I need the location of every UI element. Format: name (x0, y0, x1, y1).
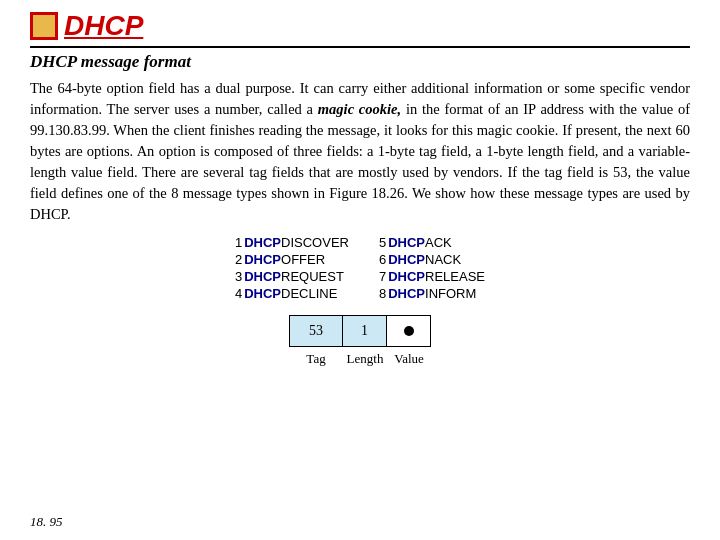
tlv-value-box (387, 315, 431, 347)
mt-type-2: OFFER (281, 252, 325, 267)
mt-num-6: 6 (379, 252, 386, 267)
tlv-label-value: Value (387, 351, 431, 367)
mt-num-5: 5 (379, 235, 386, 250)
mt-type-4: DECLINE (281, 286, 337, 301)
mt-dhcp-5: DHCP (388, 235, 425, 250)
mt-num-2: 2 (235, 252, 242, 267)
body-paragraph: The 64-byte option field has a dual purp… (30, 78, 690, 225)
mt-type-7: RELEASE (425, 269, 485, 284)
mt-row-4: 4 DHCP DECLINE (235, 286, 349, 301)
mt-dhcp-7: DHCP (388, 269, 425, 284)
header: DHCP (30, 10, 690, 48)
tlv-value-dot (404, 326, 414, 336)
tlv-label-tag: Tag (289, 351, 343, 367)
mt-row-1: 1 DHCP DISCOVER (235, 235, 349, 250)
tlv-tag-value: 53 (309, 323, 323, 339)
tlv-length-value: 1 (361, 323, 368, 339)
tlv-boxes: 53 1 (289, 315, 431, 347)
page-container: DHCP DHCP message format The 64-byte opt… (0, 0, 720, 540)
mt-row-7: 7 DHCP RELEASE (379, 269, 485, 284)
footnote: 18. 95 (30, 514, 63, 530)
diagram-area: 1 DHCP DISCOVER 2 DHCP OFFER 3 DHCP REQU… (30, 235, 690, 367)
mt-type-6: NACK (425, 252, 461, 267)
mt-num-1: 1 (235, 235, 242, 250)
mt-dhcp-2: DHCP (244, 252, 281, 267)
mt-row-6: 6 DHCP NACK (379, 252, 485, 267)
mt-dhcp-8: DHCP (388, 286, 425, 301)
tlv-label-length: Length (343, 351, 387, 367)
mt-row-8: 8 DHCP INFORM (379, 286, 485, 301)
logo-icon (30, 12, 58, 40)
mt-type-3: REQUEST (281, 269, 344, 284)
message-types-right: 5 DHCP ACK 6 DHCP NACK 7 DHCP RELEASE 8 … (379, 235, 485, 301)
mt-dhcp-4: DHCP (244, 286, 281, 301)
tlv-tag-box: 53 (289, 315, 343, 347)
mt-row-2: 2 DHCP OFFER (235, 252, 349, 267)
body-text: The 64-byte option field has a dual purp… (30, 78, 690, 225)
magic-cookie-text: magic cookie, (318, 101, 401, 117)
tlv-labels: Tag Length Value (289, 351, 431, 367)
mt-type-1: DISCOVER (281, 235, 349, 250)
mt-num-4: 4 (235, 286, 242, 301)
mt-type-8: INFORM (425, 286, 476, 301)
mt-row-5: 5 DHCP ACK (379, 235, 485, 250)
mt-dhcp-6: DHCP (388, 252, 425, 267)
message-types-table: 1 DHCP DISCOVER 2 DHCP OFFER 3 DHCP REQU… (235, 235, 485, 301)
mt-dhcp-1: DHCP (244, 235, 281, 250)
tlv-diagram: 53 1 Tag Length Value (289, 315, 431, 367)
tlv-length-box: 1 (343, 315, 387, 347)
mt-type-5: ACK (425, 235, 452, 250)
mt-num-8: 8 (379, 286, 386, 301)
section-title: DHCP message format (30, 52, 690, 72)
mt-num-3: 3 (235, 269, 242, 284)
page-title: DHCP (64, 10, 143, 42)
message-types-left: 1 DHCP DISCOVER 2 DHCP OFFER 3 DHCP REQU… (235, 235, 349, 301)
mt-num-7: 7 (379, 269, 386, 284)
mt-row-3: 3 DHCP REQUEST (235, 269, 349, 284)
mt-dhcp-3: DHCP (244, 269, 281, 284)
